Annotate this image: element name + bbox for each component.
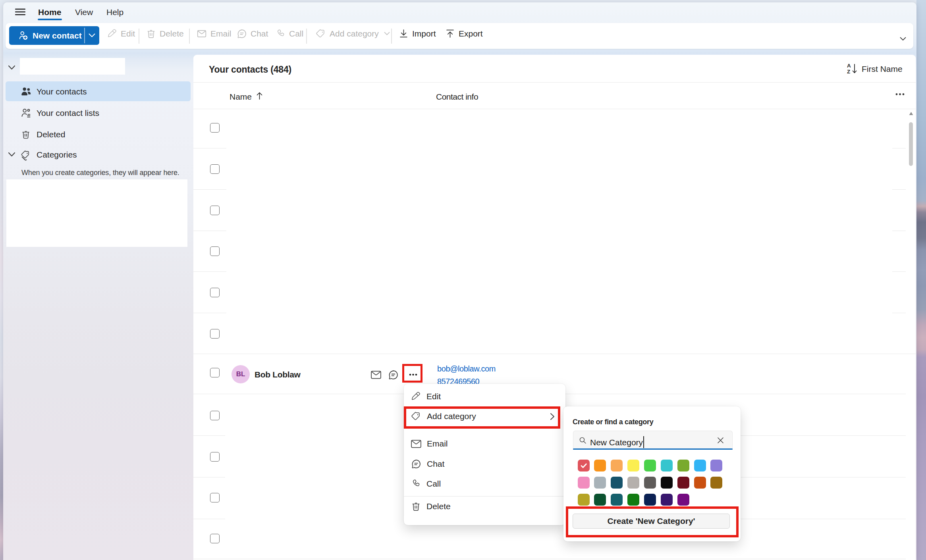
- svg-text:Z: Z: [847, 69, 850, 75]
- svg-text:A: A: [847, 63, 851, 69]
